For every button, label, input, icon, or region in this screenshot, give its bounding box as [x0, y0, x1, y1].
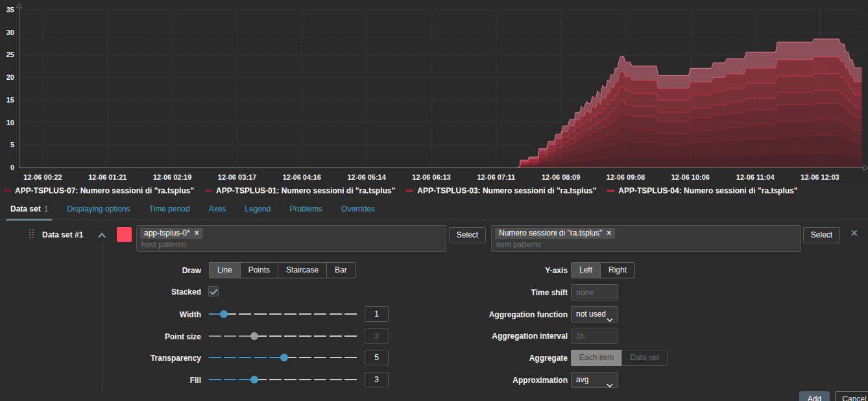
host-patterns-field[interactable]: app-tsplus-0*× host patterns [136, 225, 446, 252]
remove-tag-icon[interactable]: × [607, 228, 611, 237]
point-size-value-input [365, 328, 389, 344]
draw-option-bar[interactable]: Bar [326, 262, 356, 278]
svg-text:12-06 09:08: 12-06 09:08 [607, 173, 645, 181]
draw-label: Draw [97, 266, 201, 275]
cancel-button[interactable]: Cancel [835, 391, 868, 401]
dataset-title: Data set #1 [42, 230, 83, 239]
svg-text:12-06 10:06: 12-06 10:06 [671, 173, 710, 181]
svg-text:5: 5 [10, 141, 14, 149]
draw-segmented: Line Points Staircase Bar [209, 262, 356, 278]
tab-legend[interactable]: Legend [245, 199, 271, 220]
y-axis-label: Y-axis [448, 266, 568, 275]
time-shift-label: Time shift [448, 288, 568, 297]
svg-text:12-06 08:09: 12-06 08:09 [542, 173, 580, 181]
width-value-input[interactable] [365, 306, 389, 322]
svg-text:0: 0 [10, 164, 14, 171]
legend-marker-icon [406, 189, 413, 192]
width-slider[interactable] [209, 309, 359, 319]
legend-item: APP-TSPLUS-03: Numero sessioni di "ra.ts… [406, 186, 596, 195]
legend-label: APP-TSPLUS-04: Numero sessioni di "ra.ts… [618, 186, 797, 195]
transparency-label: Transparency [97, 354, 201, 363]
legend-item: APP-TSPLUS-01: Numero sessioni di "ra.ts… [205, 186, 395, 195]
svg-text:30: 30 [6, 29, 14, 36]
transparency-slider[interactable] [209, 352, 359, 363]
add-button[interactable]: Add [799, 391, 830, 401]
fill-label: Fill [97, 376, 201, 385]
transparency-value-input[interactable] [365, 350, 389, 365]
host-select-button[interactable]: Select [449, 227, 486, 243]
host-pattern-tag: app-tsplus-0*× [140, 228, 203, 239]
drag-handle-icon[interactable] [29, 229, 34, 239]
point-size-slider-handle [250, 332, 258, 340]
aggregation-interval-label: Aggregation interval [448, 332, 568, 341]
svg-text:12-06 03:17: 12-06 03:17 [218, 173, 256, 181]
item-select-button[interactable]: Select [803, 227, 840, 243]
svg-text:25: 25 [6, 51, 14, 58]
tab-problems[interactable]: Problems [289, 199, 322, 220]
fill-slider-handle[interactable] [250, 376, 258, 383]
transparency-slider-handle[interactable] [280, 354, 288, 361]
remove-dataset-icon[interactable]: ✕ [850, 228, 858, 238]
fill-value-input[interactable] [365, 372, 389, 387]
chart-legend: APP-TSPLUS-07: Numero sessioni di "ra.ts… [4, 186, 797, 195]
legend-item: APP-TSPLUS-04: Numero sessioni di "ra.ts… [607, 186, 797, 195]
svg-text:12-06 11:04: 12-06 11:04 [736, 173, 775, 181]
stacked-label: Stacked [97, 287, 201, 297]
host-patterns-placeholder: host patterns [140, 240, 442, 249]
tab-overrides[interactable]: Overrides [341, 199, 375, 220]
stacked-area-chart: 0510152025303512-06 00:2212-06 01:2112-0… [0, 0, 868, 184]
svg-text:12-06 04:16: 12-06 04:16 [283, 173, 321, 181]
aggregate-segmented: Each item Data set [571, 350, 668, 366]
legend-marker-icon [205, 189, 212, 192]
tab-data-set[interactable]: Data set1 [10, 199, 48, 220]
legend-marker-icon [4, 189, 11, 192]
svg-text:35: 35 [6, 6, 14, 14]
svg-text:12-06 01:21: 12-06 01:21 [88, 173, 127, 181]
chevron-down-icon [607, 378, 613, 393]
chevron-down-icon [607, 313, 613, 328]
item-patterns-field[interactable]: Numero sessioni di "ra.tsplus"× item pat… [491, 225, 801, 252]
aggregation-function-select[interactable]: not used [571, 306, 618, 322]
draw-option-points[interactable]: Points [240, 262, 278, 278]
y-axis-segmented: Left Right [571, 262, 635, 278]
collapse-chevron-up-icon[interactable] [97, 232, 106, 241]
svg-text:20: 20 [6, 73, 14, 81]
aggregation-function-label: Aggregation function [448, 310, 568, 319]
tab-data-set-count: 1 [44, 204, 49, 213]
draw-option-line[interactable]: Line [209, 262, 241, 278]
legend-item: APP-TSPLUS-07: Numero sessioni di "ra.ts… [4, 186, 194, 195]
dataset-color-swatch[interactable] [117, 227, 132, 242]
legend-label: APP-TSPLUS-07: Numero sessioni di "ra.ts… [15, 186, 194, 195]
y-axis-option-right[interactable]: Right [600, 262, 635, 278]
y-axis-option-left[interactable]: Left [571, 262, 601, 278]
item-pattern-tag: Numero sessioni di "ra.tsplus"× [495, 228, 615, 239]
tab-displaying-options[interactable]: Displaying options [67, 199, 130, 220]
aggregation-interval-input [571, 328, 618, 344]
aggregate-label: Aggregate [448, 354, 568, 363]
config-tabs: Data set1 Displaying options Time period… [0, 199, 868, 220]
point-size-label: Point size [97, 332, 201, 341]
svg-text:12-06 07:11: 12-06 07:11 [477, 173, 515, 181]
legend-label: APP-TSPLUS-03: Numero sessioni di "ra.ts… [417, 186, 596, 195]
aggregate-option-each-item: Each item [571, 350, 622, 366]
point-size-slider [209, 331, 359, 341]
approximation-select[interactable]: avg [571, 372, 618, 388]
aggregate-option-data-set: Data set [621, 350, 668, 366]
stacked-checkbox[interactable] [208, 286, 219, 297]
svg-text:10: 10 [6, 119, 14, 127]
fill-slider[interactable] [209, 374, 359, 385]
item-patterns-placeholder: item patterns [495, 240, 797, 249]
width-label: Width [97, 310, 201, 319]
svg-text:12-06 00:22: 12-06 00:22 [23, 173, 62, 181]
remove-tag-icon[interactable]: × [195, 228, 199, 237]
approximation-label: Approximation [448, 376, 568, 385]
time-shift-input[interactable] [571, 284, 618, 300]
legend-label: APP-TSPLUS-01: Numero sessioni di "ra.ts… [216, 186, 395, 195]
draw-option-staircase[interactable]: Staircase [278, 262, 327, 278]
svg-text:12-06 02:19: 12-06 02:19 [153, 173, 191, 181]
svg-text:15: 15 [6, 96, 14, 104]
tab-time-period[interactable]: Time period [149, 199, 190, 220]
graph-widget-config: { "chart_data": { "type": "area", "stack… [0, 0, 868, 401]
width-slider-handle[interactable] [220, 310, 228, 318]
tab-axes[interactable]: Axes [209, 199, 226, 220]
